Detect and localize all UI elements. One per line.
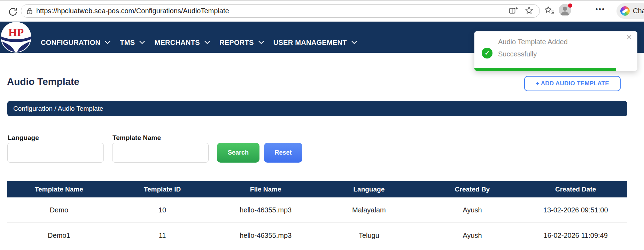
table-header: Language [317, 186, 421, 193]
breadcrumb: Configuration / Audio Template [7, 101, 627, 116]
hp-logo-text: HP [8, 26, 24, 39]
favorite-star-icon[interactable] [525, 6, 533, 16]
cell-created-date: 16-02-2026 11:09:49 [524, 232, 627, 240]
hp-logo[interactable]: HP [1, 22, 31, 53]
page-title: Audio Template [7, 76, 79, 87]
address-bar[interactable]: https://hpcluatweb.sea-pos.com/Configura… [21, 4, 540, 18]
browser-toolbar: https://hpcluatweb.sea-pos.com/Configura… [0, 0, 644, 22]
main-menu: CONFIGURATION TMS MERCHANTS REPORTS USER… [41, 39, 357, 47]
success-check-icon: ✓ [482, 48, 492, 58]
language-input[interactable] [7, 143, 104, 163]
lock-icon [27, 8, 32, 14]
toast-message: Audio Template Added Successfully [498, 36, 568, 60]
refresh-icon[interactable] [7, 6, 19, 18]
language-label: Language [8, 134, 39, 142]
nav-item-reports[interactable]: REPORTS [219, 39, 264, 47]
nav-item-label: REPORTS [219, 39, 254, 47]
table-header: Created Date [524, 186, 627, 193]
nav-item-tms[interactable]: TMS [120, 39, 145, 47]
nav-item-label: MERCHANTS [154, 39, 200, 47]
chevron-down-icon [258, 41, 264, 44]
nav-item-merchants[interactable]: MERCHANTS [154, 39, 210, 47]
chevron-down-icon [204, 41, 210, 44]
favorites-list-icon[interactable] [545, 6, 554, 16]
toast-progress-bar [474, 68, 616, 71]
copilot-label: Chat [633, 7, 644, 15]
table-header: Template Name [7, 186, 111, 193]
cell-created-date: 13-02-2026 09:51:00 [524, 206, 627, 214]
url-text: https://hpcluatweb.sea-pos.com/Configura… [36, 7, 509, 15]
nav-item-label: TMS [120, 39, 135, 47]
cell-template-id: 11 [111, 232, 214, 240]
nav-item-label: CONFIGURATION [41, 39, 100, 47]
cell-file-name: hello-46355.mp3 [214, 206, 317, 214]
cell-language: Telugu [317, 232, 421, 240]
close-icon[interactable]: × [626, 32, 632, 43]
search-button[interactable]: Search [217, 143, 259, 163]
split-screen-icon[interactable] [509, 7, 518, 16]
toast-message-line2: Successfully [498, 50, 537, 58]
copilot-chat-button[interactable]: Chat [616, 3, 644, 19]
table-header-row: Template Name Template ID File Name Lang… [7, 181, 627, 197]
audio-template-table: Template Name Template ID File Name Lang… [7, 181, 627, 248]
add-audio-template-button[interactable]: + ADD AUDIO TEMPLATE [524, 76, 621, 91]
table-header: Created By [421, 186, 524, 193]
nav-item-configuration[interactable]: CONFIGURATION [41, 39, 110, 47]
nav-item-user-management[interactable]: USER MANAGEMENT [273, 39, 357, 47]
cell-template-name: Demo [7, 206, 111, 214]
cell-created-by: Ayush [421, 206, 524, 214]
reset-button[interactable]: Reset [264, 143, 302, 163]
cell-template-id: 10 [111, 206, 214, 214]
cell-file-name: hello-46355.mp3 [214, 232, 317, 240]
chevron-down-icon [105, 41, 110, 44]
notification-dot [568, 3, 572, 8]
browser-window: https://hpcluatweb.sea-pos.com/Configura… [0, 0, 644, 250]
browser-menu-icon[interactable]: ••• [596, 6, 605, 13]
cell-language: Malayalam [317, 206, 421, 214]
table-row: Demo 10 hello-46355.mp3 Malayalam Ayush … [7, 197, 627, 223]
template-name-input[interactable] [112, 143, 209, 163]
template-name-label: Template Name [112, 134, 161, 142]
table-header: Template ID [111, 186, 214, 193]
cell-template-name: Demo1 [7, 232, 111, 240]
chevron-down-icon [139, 41, 145, 44]
chevron-down-icon [351, 41, 357, 44]
cell-created-by: Ayush [421, 232, 524, 240]
nav-item-label: USER MANAGEMENT [273, 39, 347, 47]
copilot-icon [620, 6, 630, 16]
table-header: File Name [214, 186, 317, 193]
toast-message-line1: Audio Template Added [498, 38, 568, 46]
table-row: Demo1 11 hello-46355.mp3 Telugu Ayush 16… [7, 223, 627, 248]
address-bar-actions [509, 6, 533, 16]
toast-notification: ✓ Audio Template Added Successfully × [474, 31, 637, 71]
